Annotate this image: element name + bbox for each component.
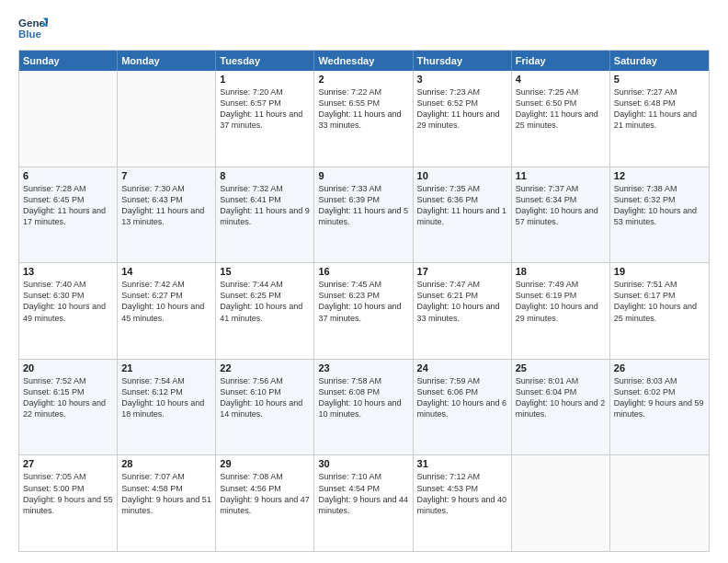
calendar-header: SundayMondayTuesdayWednesdayThursdayFrid… bbox=[19, 51, 709, 71]
cell-info: Sunrise: 7:28 AM Sunset: 6:45 PM Dayligh… bbox=[23, 183, 113, 228]
cell-info: Sunrise: 7:32 AM Sunset: 6:41 PM Dayligh… bbox=[220, 183, 310, 228]
calendar-cell: 30Sunrise: 7:10 AM Sunset: 4:54 PM Dayli… bbox=[314, 455, 413, 551]
cell-info: Sunrise: 7:37 AM Sunset: 6:34 PM Dayligh… bbox=[516, 183, 606, 228]
calendar-cell: 27Sunrise: 7:05 AM Sunset: 5:00 PM Dayli… bbox=[19, 455, 118, 551]
cell-info: Sunrise: 7:07 AM Sunset: 4:58 PM Dayligh… bbox=[121, 471, 211, 516]
cell-info: Sunrise: 7:51 AM Sunset: 6:17 PM Dayligh… bbox=[614, 279, 705, 324]
cell-day-number: 23 bbox=[318, 362, 408, 373]
cell-day-number: 13 bbox=[23, 266, 113, 277]
calendar: SundayMondayTuesdayWednesdayThursdayFrid… bbox=[18, 50, 710, 552]
calendar-cell: 24Sunrise: 7:59 AM Sunset: 6:06 PM Dayli… bbox=[414, 360, 512, 455]
cell-info: Sunrise: 7:40 AM Sunset: 6:30 PM Dayligh… bbox=[23, 279, 113, 324]
calendar-cell: 21Sunrise: 7:54 AM Sunset: 6:12 PM Dayli… bbox=[118, 360, 216, 455]
calendar-cell: 14Sunrise: 7:42 AM Sunset: 6:27 PM Dayli… bbox=[118, 263, 216, 359]
weekday-header-tuesday: Tuesday bbox=[216, 51, 314, 71]
cell-info: Sunrise: 7:20 AM Sunset: 6:57 PM Dayligh… bbox=[220, 86, 310, 132]
cell-day-number: 6 bbox=[23, 170, 113, 181]
weekday-header-wednesday: Wednesday bbox=[314, 51, 413, 71]
cell-info: Sunrise: 7:12 AM Sunset: 4:53 PM Dayligh… bbox=[417, 471, 507, 516]
calendar-cell: 26Sunrise: 8:03 AM Sunset: 6:02 PM Dayli… bbox=[610, 360, 709, 455]
cell-day-number: 31 bbox=[417, 458, 507, 469]
calendar-cell: 18Sunrise: 7:49 AM Sunset: 6:19 PM Dayli… bbox=[512, 263, 610, 359]
logo: General Blue bbox=[18, 15, 48, 44]
cell-info: Sunrise: 7:54 AM Sunset: 6:12 PM Dayligh… bbox=[121, 375, 211, 420]
calendar-cell: 28Sunrise: 7:07 AM Sunset: 4:58 PM Dayli… bbox=[118, 455, 216, 551]
cell-day-number: 11 bbox=[516, 170, 606, 181]
calendar-cell: 17Sunrise: 7:47 AM Sunset: 6:21 PM Dayli… bbox=[414, 263, 512, 359]
cell-info: Sunrise: 7:45 AM Sunset: 6:23 PM Dayligh… bbox=[318, 279, 408, 324]
calendar-cell bbox=[19, 71, 118, 167]
cell-info: Sunrise: 7:47 AM Sunset: 6:21 PM Dayligh… bbox=[417, 279, 507, 324]
cell-info: Sunrise: 7:05 AM Sunset: 5:00 PM Dayligh… bbox=[23, 471, 113, 516]
cell-day-number: 2 bbox=[318, 74, 408, 85]
calendar-cell: 22Sunrise: 7:56 AM Sunset: 6:10 PM Dayli… bbox=[216, 360, 314, 455]
calendar-week-1: 1Sunrise: 7:20 AM Sunset: 6:57 PM Daylig… bbox=[19, 71, 709, 167]
cell-day-number: 4 bbox=[516, 74, 606, 85]
calendar-cell: 31Sunrise: 7:12 AM Sunset: 4:53 PM Dayli… bbox=[414, 455, 512, 551]
cell-day-number: 10 bbox=[417, 170, 507, 181]
calendar-cell: 16Sunrise: 7:45 AM Sunset: 6:23 PM Dayli… bbox=[314, 263, 413, 359]
calendar-cell: 6Sunrise: 7:28 AM Sunset: 6:45 PM Daylig… bbox=[19, 167, 118, 263]
cell-info: Sunrise: 7:42 AM Sunset: 6:27 PM Dayligh… bbox=[121, 279, 211, 324]
calendar-cell: 12Sunrise: 7:38 AM Sunset: 6:32 PM Dayli… bbox=[610, 167, 709, 263]
cell-day-number: 7 bbox=[121, 170, 211, 181]
calendar-cell: 10Sunrise: 7:35 AM Sunset: 6:36 PM Dayli… bbox=[414, 167, 512, 263]
cell-info: Sunrise: 7:59 AM Sunset: 6:06 PM Dayligh… bbox=[417, 375, 507, 420]
cell-day-number: 5 bbox=[614, 74, 705, 85]
calendar-cell: 8Sunrise: 7:32 AM Sunset: 6:41 PM Daylig… bbox=[216, 167, 314, 263]
cell-day-number: 15 bbox=[220, 266, 310, 277]
cell-info: Sunrise: 7:30 AM Sunset: 6:43 PM Dayligh… bbox=[121, 183, 211, 228]
calendar-cell: 19Sunrise: 7:51 AM Sunset: 6:17 PM Dayli… bbox=[610, 263, 709, 359]
calendar-cell: 20Sunrise: 7:52 AM Sunset: 6:15 PM Dayli… bbox=[19, 360, 118, 455]
svg-text:Blue: Blue bbox=[18, 29, 42, 40]
calendar-cell: 11Sunrise: 7:37 AM Sunset: 6:34 PM Dayli… bbox=[512, 167, 610, 263]
cell-day-number: 21 bbox=[121, 362, 211, 373]
cell-info: Sunrise: 7:58 AM Sunset: 6:08 PM Dayligh… bbox=[318, 375, 408, 420]
cell-day-number: 29 bbox=[220, 458, 310, 469]
cell-info: Sunrise: 8:01 AM Sunset: 6:04 PM Dayligh… bbox=[516, 375, 606, 420]
calendar-cell: 13Sunrise: 7:40 AM Sunset: 6:30 PM Dayli… bbox=[19, 263, 118, 359]
cell-day-number: 27 bbox=[23, 458, 113, 469]
calendar-cell: 5Sunrise: 7:27 AM Sunset: 6:48 PM Daylig… bbox=[610, 71, 709, 167]
cell-day-number: 12 bbox=[614, 170, 705, 181]
cell-day-number: 28 bbox=[121, 458, 211, 469]
logo-icon: General Blue bbox=[18, 15, 48, 44]
cell-info: Sunrise: 7:23 AM Sunset: 6:52 PM Dayligh… bbox=[417, 86, 507, 132]
cell-info: Sunrise: 7:10 AM Sunset: 4:54 PM Dayligh… bbox=[318, 471, 408, 516]
cell-info: Sunrise: 8:03 AM Sunset: 6:02 PM Dayligh… bbox=[614, 375, 705, 420]
page: General Blue SundayMondayTuesdayWednesda… bbox=[0, 0, 728, 563]
cell-info: Sunrise: 7:27 AM Sunset: 6:48 PM Dayligh… bbox=[614, 86, 705, 132]
cell-day-number: 3 bbox=[417, 74, 507, 85]
calendar-cell: 25Sunrise: 8:01 AM Sunset: 6:04 PM Dayli… bbox=[512, 360, 610, 455]
calendar-cell: 15Sunrise: 7:44 AM Sunset: 6:25 PM Dayli… bbox=[216, 263, 314, 359]
cell-day-number: 26 bbox=[614, 362, 705, 373]
calendar-week-3: 13Sunrise: 7:40 AM Sunset: 6:30 PM Dayli… bbox=[19, 262, 709, 359]
cell-day-number: 9 bbox=[318, 170, 408, 181]
cell-info: Sunrise: 7:22 AM Sunset: 6:55 PM Dayligh… bbox=[318, 86, 408, 132]
calendar-cell: 9Sunrise: 7:33 AM Sunset: 6:39 PM Daylig… bbox=[314, 167, 413, 263]
calendar-cell: 3Sunrise: 7:23 AM Sunset: 6:52 PM Daylig… bbox=[414, 71, 512, 167]
calendar-cell bbox=[118, 71, 216, 167]
cell-info: Sunrise: 7:08 AM Sunset: 4:56 PM Dayligh… bbox=[220, 471, 310, 516]
calendar-cell: 4Sunrise: 7:25 AM Sunset: 6:50 PM Daylig… bbox=[512, 71, 610, 167]
calendar-cell: 2Sunrise: 7:22 AM Sunset: 6:55 PM Daylig… bbox=[314, 71, 413, 167]
cell-day-number: 1 bbox=[220, 74, 310, 85]
weekday-header-sunday: Sunday bbox=[19, 51, 118, 71]
weekday-header-thursday: Thursday bbox=[414, 51, 512, 71]
cell-info: Sunrise: 7:49 AM Sunset: 6:19 PM Dayligh… bbox=[516, 279, 606, 324]
calendar-cell: 7Sunrise: 7:30 AM Sunset: 6:43 PM Daylig… bbox=[118, 167, 216, 263]
cell-day-number: 18 bbox=[516, 266, 606, 277]
cell-day-number: 16 bbox=[318, 266, 408, 277]
cell-info: Sunrise: 7:25 AM Sunset: 6:50 PM Dayligh… bbox=[516, 86, 606, 132]
calendar-cell: 29Sunrise: 7:08 AM Sunset: 4:56 PM Dayli… bbox=[216, 455, 314, 551]
cell-day-number: 14 bbox=[121, 266, 211, 277]
calendar-week-5: 27Sunrise: 7:05 AM Sunset: 5:00 PM Dayli… bbox=[19, 454, 709, 551]
cell-day-number: 30 bbox=[318, 458, 408, 469]
header: General Blue bbox=[18, 15, 710, 44]
cell-day-number: 8 bbox=[220, 170, 310, 181]
calendar-cell: 1Sunrise: 7:20 AM Sunset: 6:57 PM Daylig… bbox=[216, 71, 314, 167]
cell-info: Sunrise: 7:38 AM Sunset: 6:32 PM Dayligh… bbox=[614, 183, 705, 228]
cell-day-number: 19 bbox=[614, 266, 705, 277]
cell-day-number: 20 bbox=[23, 362, 113, 373]
cell-day-number: 24 bbox=[417, 362, 507, 373]
